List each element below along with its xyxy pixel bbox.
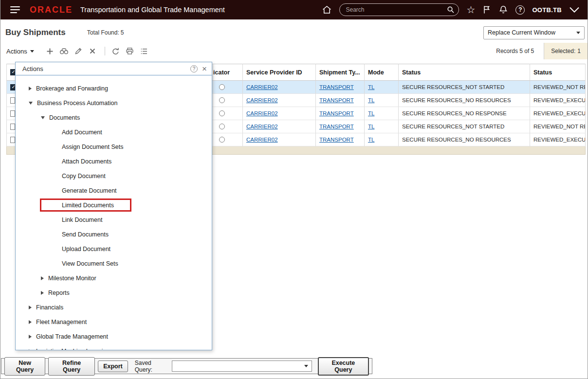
- refresh-icon[interactable]: [110, 45, 122, 57]
- tree-item-global-trade-management[interactable]: Global Trade Management: [16, 329, 212, 344]
- indicator-radio[interactable]: [219, 84, 225, 90]
- tree-item-logistics-machine-learning[interactable]: Logistics Machine Learning: [16, 344, 212, 350]
- toolbar-separator: [105, 47, 105, 55]
- indicator-radio[interactable]: [219, 110, 225, 116]
- chevron-right-icon: [29, 87, 32, 90]
- chevron-down-icon[interactable]: [569, 6, 580, 13]
- tree-item-label: View Document Sets: [62, 260, 118, 267]
- row-checkbox[interactable]: [10, 84, 15, 90]
- tree-item-attach-documents[interactable]: Attach Documents: [16, 154, 212, 169]
- tree-item-copy-document[interactable]: Copy Document: [16, 169, 212, 183]
- header-shipment-type[interactable]: Shipment Ty...: [316, 64, 365, 81]
- status2-cell: REVIEWED_NOT REV: [530, 120, 586, 133]
- favorites-star-icon[interactable]: ☆: [466, 5, 475, 15]
- saved-query-label: Saved Query:: [135, 360, 169, 373]
- tree-item-financials[interactable]: Financials: [16, 300, 212, 315]
- shipment-type-link[interactable]: TRANSPORT: [319, 137, 354, 143]
- row-checkbox[interactable]: [10, 124, 15, 130]
- actions-label: Actions: [6, 48, 27, 55]
- binoculars-view-icon[interactable]: [58, 45, 71, 57]
- select-all-checkbox[interactable]: [10, 69, 15, 75]
- username[interactable]: OOTB.TB: [532, 6, 562, 14]
- caret-down-icon: [30, 50, 34, 53]
- indicator-radio[interactable]: [219, 124, 225, 129]
- window-mode-select[interactable]: Replace Current Window: [483, 26, 585, 39]
- execute-query-button[interactable]: Execute Query: [318, 357, 369, 376]
- mode-link[interactable]: TL: [368, 84, 374, 90]
- tree-item-reports[interactable]: Reports: [16, 286, 212, 300]
- tree-item-link-document[interactable]: Link Document: [16, 213, 212, 227]
- tree-item-label: Attach Documents: [62, 158, 111, 165]
- tree-item-send-documents[interactable]: Send Documents: [16, 227, 212, 242]
- row-checkbox[interactable]: [10, 110, 15, 117]
- service-provider-link[interactable]: CARRIER02: [246, 110, 278, 116]
- tree-item-view-document-sets[interactable]: View Document Sets: [16, 256, 212, 271]
- actions-tree: Brokerage and Forwarding Business Proces…: [16, 75, 212, 350]
- home-icon[interactable]: [322, 5, 332, 15]
- delete-x-icon[interactable]: [86, 45, 99, 57]
- indicator-radio[interactable]: [219, 137, 225, 143]
- indicator-radio[interactable]: [219, 97, 225, 103]
- flag-icon[interactable]: [482, 5, 491, 15]
- chevron-right-icon: [29, 320, 32, 324]
- popup-close-icon[interactable]: ×: [202, 65, 207, 73]
- notifications-bell-icon[interactable]: [498, 5, 508, 15]
- tree-item-upload-document[interactable]: Upload Document: [16, 242, 212, 256]
- tree-item-fleet-management[interactable]: Fleet Management: [16, 315, 212, 329]
- saved-query-select[interactable]: [172, 361, 312, 372]
- service-provider-link[interactable]: CARRIER02: [246, 97, 278, 103]
- tree-item-documents[interactable]: Documents: [16, 110, 212, 125]
- shipment-type-link[interactable]: TRANSPORT: [319, 84, 354, 90]
- actions-menu-button[interactable]: Actions: [6, 48, 34, 55]
- tree-item-limited-documents[interactable]: Limited Documents: [16, 198, 212, 213]
- selected-count-chip: Selected:1: [544, 43, 588, 59]
- tree-item-label: Assign Document Sets: [62, 144, 123, 150]
- add-icon[interactable]: [44, 45, 56, 57]
- mode-link[interactable]: TL: [368, 137, 374, 143]
- toolbar-right: Records 5 of 5 Selected:1: [496, 43, 588, 59]
- edit-pencil-icon[interactable]: [72, 45, 85, 57]
- app-window: ORACLE Transportation and Global Trade M…: [0, 0, 588, 379]
- help-icon[interactable]: ?: [515, 5, 525, 15]
- refine-query-button[interactable]: Refine Query: [48, 357, 95, 376]
- header-status-2[interactable]: Status: [530, 64, 586, 81]
- print-icon[interactable]: [124, 45, 136, 57]
- tree-item-brokerage-and-forwarding[interactable]: Brokerage and Forwarding: [16, 81, 212, 96]
- total-found-value: 5: [121, 29, 124, 36]
- shipment-type-link[interactable]: TRANSPORT: [319, 110, 354, 116]
- service-provider-link[interactable]: CARRIER02: [246, 84, 278, 90]
- header-service-provider[interactable]: Service Provider ID: [243, 64, 316, 81]
- total-found-label: Total Found:: [87, 29, 119, 36]
- row-checkbox[interactable]: [10, 137, 15, 143]
- mode-link[interactable]: TL: [368, 97, 374, 103]
- header-status[interactable]: Status: [399, 64, 530, 81]
- service-provider-link[interactable]: CARRIER02: [246, 124, 278, 129]
- row-checkbox[interactable]: [10, 97, 15, 104]
- chevron-right-icon: [41, 276, 44, 280]
- tree-item-label: Generate Document: [62, 187, 117, 194]
- search-input[interactable]: [339, 3, 459, 16]
- service-provider-link[interactable]: CARRIER02: [246, 137, 278, 143]
- mode-link[interactable]: TL: [368, 110, 374, 116]
- list-icon[interactable]: [138, 45, 150, 57]
- window-mode-selected: Replace Current Window: [488, 29, 555, 36]
- tree-item-generate-document[interactable]: Generate Document: [16, 183, 212, 198]
- status2-cell: REVIEWED_EXECUTE: [530, 94, 586, 107]
- tree-item-business-process-automation[interactable]: Business Process Automation: [16, 96, 212, 110]
- tree-item-assign-document-sets[interactable]: Assign Document Sets: [16, 140, 212, 154]
- mode-link[interactable]: TL: [368, 124, 374, 129]
- tree-item-add-document[interactable]: Add Document: [16, 125, 212, 140]
- shipment-type-link[interactable]: TRANSPORT: [319, 97, 354, 103]
- header-indicator[interactable]: icator: [213, 64, 243, 81]
- tree-item-milestone-monitor[interactable]: Milestone Monitor: [16, 271, 212, 286]
- export-button[interactable]: Export: [98, 361, 128, 372]
- tree-item-label: Documents: [49, 114, 80, 121]
- new-query-button[interactable]: New Query: [4, 357, 45, 376]
- header-mode[interactable]: Mode: [365, 64, 399, 81]
- selected-label: Selected:: [551, 48, 575, 54]
- records-count: Records 5 of 5: [496, 48, 534, 54]
- popup-help-icon[interactable]: ?: [190, 65, 198, 72]
- shipment-type-link[interactable]: TRANSPORT: [319, 124, 354, 129]
- search-icon[interactable]: [447, 6, 455, 16]
- menu-icon[interactable]: [8, 3, 22, 16]
